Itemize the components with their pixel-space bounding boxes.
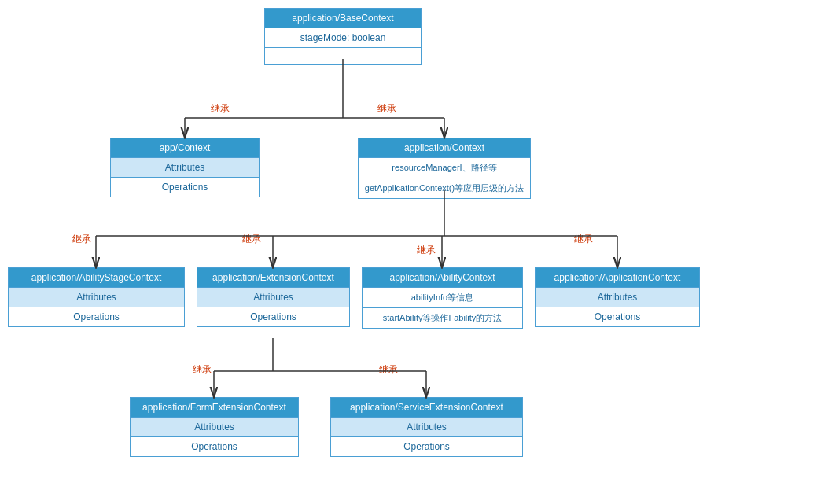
- box-basecontext-ops: [265, 47, 421, 64]
- label-inherit-8: 继承: [379, 363, 398, 377]
- box-extensioncontext-attr: Attributes: [197, 287, 349, 307]
- box-extensioncontext-ops: Operations: [197, 307, 349, 326]
- label-inherit-3: 继承: [72, 233, 91, 246]
- box-appcontext-ops: Operations: [111, 177, 259, 197]
- box-abilitystagecontext-attr: Attributes: [9, 287, 184, 307]
- box-basecontext-header: application/BaseContext: [265, 9, 421, 28]
- box-appappcontext: application/ApplicationContext Attribute…: [535, 267, 700, 327]
- box-appcontext-header: app/Context: [111, 138, 259, 157]
- box-applicationcontext-ops: getApplicationContext()等应用层级的方法: [359, 178, 530, 198]
- box-basecontext-attr: stageMode: boolean: [265, 28, 421, 47]
- box-appappcontext-header: application/ApplicationContext: [536, 268, 699, 287]
- label-inherit-4: 继承: [242, 233, 261, 246]
- box-formextensioncontext-attr: Attributes: [131, 417, 298, 436]
- uml-diagram: application/BaseContext stageMode: boole…: [0, 0, 832, 504]
- box-appcontext: app/Context Attributes Operations: [110, 138, 260, 197]
- box-applicationcontext-attr: resourceManagerI、路径等: [359, 157, 530, 178]
- box-abilitystagecontext-ops: Operations: [9, 307, 184, 326]
- box-serviceextensioncontext: application/ServiceExtensionContext Attr…: [330, 397, 523, 457]
- box-serviceextensioncontext-ops: Operations: [331, 436, 522, 456]
- box-serviceextensioncontext-header: application/ServiceExtensionContext: [331, 398, 522, 417]
- box-formextensioncontext: application/FormExtensionContext Attribu…: [130, 397, 299, 457]
- label-inherit-1: 继承: [211, 102, 230, 116]
- box-formextensioncontext-header: application/FormExtensionContext: [131, 398, 298, 417]
- label-inherit-2: 继承: [377, 102, 396, 116]
- box-abilitystagecontext-header: application/AbilityStageContext: [9, 268, 184, 287]
- box-basecontext: application/BaseContext stageMode: boole…: [264, 8, 422, 65]
- box-applicationcontext: application/Context resourceManagerI、路径等…: [358, 138, 531, 199]
- label-inherit-7: 继承: [193, 363, 212, 377]
- label-inherit-6: 继承: [574, 233, 593, 246]
- box-abilitystagecontext: application/AbilityStageContext Attribut…: [8, 267, 185, 327]
- box-extensioncontext-header: application/ExtensionContext: [197, 268, 349, 287]
- box-appcontext-attr: Attributes: [111, 157, 259, 177]
- box-appappcontext-attr: Attributes: [536, 287, 699, 307]
- box-serviceextensioncontext-attr: Attributes: [331, 417, 522, 436]
- box-abilitycontext: application/AbilityContext abilityInfo等信…: [362, 267, 523, 329]
- label-inherit-5: 继承: [417, 244, 436, 257]
- box-applicationcontext-header: application/Context: [359, 138, 530, 157]
- box-abilitycontext-ops: startAbility等操作Fability的方法: [363, 307, 522, 328]
- box-abilitycontext-header: application/AbilityContext: [363, 268, 522, 287]
- box-formextensioncontext-ops: Operations: [131, 436, 298, 456]
- box-extensioncontext: application/ExtensionContext Attributes …: [197, 267, 350, 327]
- box-abilitycontext-attr: abilityInfo等信息: [363, 287, 522, 307]
- box-appappcontext-ops: Operations: [536, 307, 699, 326]
